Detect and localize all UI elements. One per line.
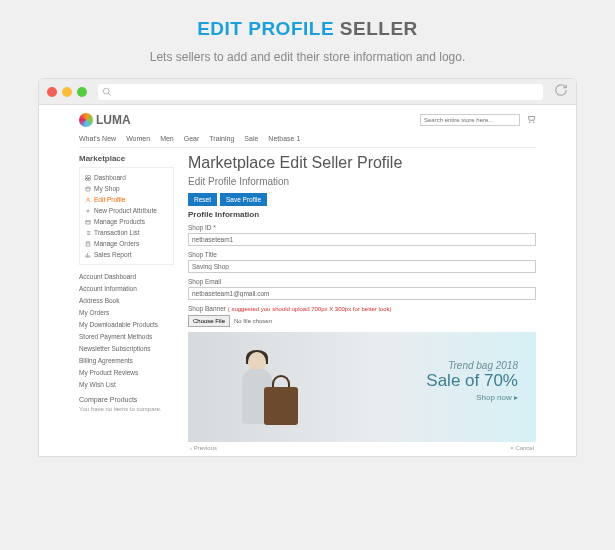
section-heading: Profile Information <box>188 210 536 219</box>
sidebar-item[interactable]: Manage Products <box>85 216 168 227</box>
svg-rect-4 <box>89 175 91 177</box>
search-icon <box>102 87 112 97</box>
hero-subtitle: Lets sellers to add and edit their store… <box>38 50 577 64</box>
refresh-button[interactable] <box>554 83 568 101</box>
sidebar-title: Marketplace <box>79 154 174 163</box>
sidebar-item-label: Manage Products <box>94 218 145 225</box>
sidebar-item-label: Edit Profile <box>94 196 125 203</box>
shop-id-label: Shop ID * <box>188 224 536 231</box>
shop-banner-label: Shop Banner ( suggested you should uploa… <box>188 305 536 312</box>
sidebar-item[interactable]: My Shop <box>85 183 168 194</box>
nav-item[interactable]: Gear <box>184 135 200 142</box>
account-item[interactable]: Billing Agreements <box>79 354 174 366</box>
shop-id-input[interactable] <box>188 233 536 246</box>
sidebar-item-label: Manage Orders <box>94 240 139 247</box>
refresh-icon <box>554 83 568 97</box>
site-logo[interactable]: LUMA <box>79 113 131 127</box>
page-subtitle: Edit Profile Information <box>188 176 536 187</box>
compare-block: Compare Products You have no items to co… <box>79 396 174 412</box>
sidebar-item[interactable]: Sales Report <box>85 249 168 260</box>
svg-rect-6 <box>89 178 91 180</box>
order-icon <box>85 241 91 247</box>
nav-item[interactable]: Women <box>126 135 150 142</box>
sidebar-item-label: Sales Report <box>94 251 132 258</box>
logo-icon <box>79 113 93 127</box>
sidebar-item[interactable]: Dashboard <box>85 172 168 183</box>
banner-promo-text: Trend bag 2018 Sale of 70% Shop now ▸ <box>426 360 518 402</box>
maximize-dot[interactable] <box>77 87 87 97</box>
nav-item[interactable]: Men <box>160 135 174 142</box>
close-dot[interactable] <box>47 87 57 97</box>
sidebar-item[interactable]: Manage Orders <box>85 238 168 249</box>
account-item[interactable]: Newsletter Subscriptions <box>79 342 174 354</box>
user-icon <box>85 197 91 203</box>
banner-model-image <box>228 347 288 442</box>
account-item[interactable]: Address Book <box>79 294 174 306</box>
sidebar-item-label: My Shop <box>94 185 120 192</box>
sidebar-item-label: New Product Attribute <box>94 207 157 214</box>
svg-rect-3 <box>86 175 88 177</box>
cart-button[interactable] <box>526 114 536 126</box>
browser-window: LUMA What's NewWomenMenGearTrainingSaleN… <box>38 78 577 457</box>
svg-point-0 <box>103 88 109 94</box>
svg-point-1 <box>529 122 530 123</box>
banner-prev[interactable]: ‹ Previous <box>190 445 217 451</box>
banner-preview: Trend bag 2018 Sale of 70% Shop now ▸ <box>188 332 536 442</box>
reset-button[interactable]: Reset <box>188 193 217 206</box>
main-nav: What's NewWomenMenGearTrainingSaleNetbas… <box>79 132 536 148</box>
cart-icon <box>526 114 536 124</box>
sidebar-item[interactable]: Edit Profile <box>85 194 168 205</box>
list-icon <box>85 230 91 236</box>
save-profile-button[interactable]: Save Profile <box>220 193 267 206</box>
sidebar-item-label: Dashboard <box>94 174 126 181</box>
plus-icon <box>85 208 91 214</box>
compare-title: Compare Products <box>79 396 174 403</box>
store-search-input[interactable] <box>420 114 520 126</box>
account-item[interactable]: Account Information <box>79 282 174 294</box>
marketplace-menu: DashboardMy ShopEdit ProfileNew Product … <box>79 167 174 265</box>
sidebar-item[interactable]: New Product Attribute <box>85 205 168 216</box>
svg-point-7 <box>87 198 89 200</box>
shop-email-label: Shop Email <box>188 278 536 285</box>
account-item[interactable]: My Orders <box>79 306 174 318</box>
sidebar-item[interactable]: Transaction List <box>85 227 168 238</box>
shop-title-label: Shop Title <box>188 251 536 258</box>
browser-chrome <box>39 79 576 105</box>
chart-icon <box>85 252 91 258</box>
nav-item[interactable]: Sale <box>244 135 258 142</box>
nav-item[interactable]: Training <box>209 135 234 142</box>
account-item[interactable]: My Product Reviews <box>79 366 174 378</box>
account-item[interactable]: Stored Payment Methods <box>79 330 174 342</box>
file-status: No file chosen <box>234 318 272 324</box>
banner-cancel[interactable]: × Cancel <box>510 445 534 451</box>
dash-icon <box>85 175 91 181</box>
hero-title: EDIT PROFILE SELLER <box>38 18 577 40</box>
sidebar-item-label: Transaction List <box>94 229 140 236</box>
account-item[interactable]: My Wish List <box>79 378 174 390</box>
compare-empty: You have no items to compare. <box>79 406 174 412</box>
choose-file-button[interactable]: Choose File <box>188 315 230 327</box>
nav-item[interactable]: Netbase 1 <box>268 135 300 142</box>
nav-item[interactable]: What's New <box>79 135 116 142</box>
url-bar[interactable] <box>98 84 543 100</box>
page-title: Marketplace Edit Seller Profile <box>188 154 536 172</box>
account-menu: Account DashboardAccount InformationAddr… <box>79 270 174 390</box>
shop-icon <box>85 186 91 192</box>
account-item[interactable]: Account Dashboard <box>79 270 174 282</box>
svg-rect-5 <box>86 178 88 180</box>
shop-email-input[interactable] <box>188 287 536 300</box>
account-item[interactable]: My Downloadable Products <box>79 318 174 330</box>
shop-title-input[interactable] <box>188 260 536 273</box>
minimize-dot[interactable] <box>62 87 72 97</box>
svg-point-2 <box>533 122 534 123</box>
box-icon <box>85 219 91 225</box>
